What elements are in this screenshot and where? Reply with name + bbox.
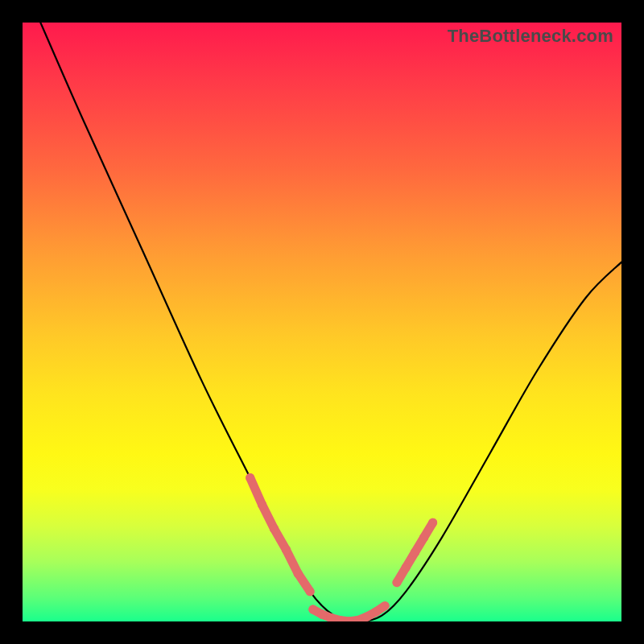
right-highlight-bead bbox=[402, 564, 411, 572]
bottom-highlight-bead bbox=[308, 605, 317, 614]
bottom-highlight-bead bbox=[381, 601, 390, 610]
bottom-highlight-bead bbox=[362, 613, 371, 621]
left-highlight-bead bbox=[258, 500, 266, 509]
plot-area: TheBottleneck.com bbox=[23, 23, 621, 621]
chart-overlay bbox=[23, 23, 621, 621]
bottom-highlight-bead bbox=[371, 608, 380, 617]
left-highlight-bead bbox=[270, 524, 279, 533]
left-highlight-bead bbox=[282, 545, 291, 554]
right-highlight-bead bbox=[411, 548, 419, 557]
right-highlight-bead bbox=[393, 578, 402, 587]
right-highlight-bead bbox=[419, 533, 428, 542]
left-highlight-bead bbox=[246, 473, 254, 482]
main-curve bbox=[40, 23, 621, 621]
right-highlight-bead bbox=[428, 518, 437, 527]
left-highlight-bead bbox=[294, 569, 303, 578]
bottom-highlight-bead bbox=[318, 610, 327, 619]
left-highlight-bead bbox=[306, 587, 315, 596]
highlight-group bbox=[246, 473, 437, 621]
chart-frame: TheBottleneck.com bbox=[0, 0, 644, 644]
